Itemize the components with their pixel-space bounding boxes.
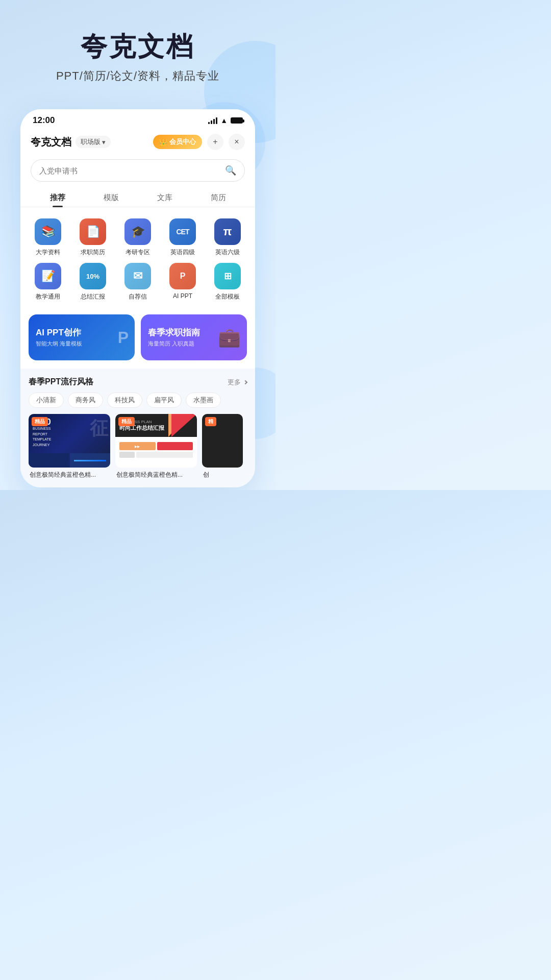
add-button[interactable]: + [207,134,223,150]
icon-item-summary[interactable]: 10% 总结汇报 [70,260,115,304]
search-bar[interactable]: 🔍 [31,159,245,182]
icon-item-ai-ppt[interactable]: P AI PPT [160,260,205,304]
chevron-right-icon [243,380,247,384]
search-wrap: 🔍 [20,155,255,188]
banner-ai-ppt[interactable]: AI PPT创作 智能大纲 海量模板 P [29,314,135,360]
battery-icon [231,117,243,124]
section-title: 春季PPT流行风格 [29,377,93,387]
badge-jingpin-2: 精品 [118,417,135,426]
status-icons: ▲ [208,116,243,125]
filter-tag-business[interactable]: 商务风 [68,393,103,408]
header-actions: 👑 会员中心 + × [153,134,245,150]
banner-job-guide[interactable]: 春季求职指南 海量简历 入职真题 💼 [141,314,247,360]
section-header: 春季PPT流行风格 更多 [20,369,255,393]
badge-jingpin-1: 精品 [32,417,48,426]
filter-tag-flat[interactable]: 扁平风 [146,393,182,408]
ppt-card-3[interactable]: 精 创 [202,414,243,479]
hero-section: 夸克文档 PPT/简历/论文/资料，精品专业 [0,0,276,99]
banner-ai-sub: 智能大纲 海量模板 [36,340,82,348]
icon-item-resume[interactable]: 📄 求职简历 [70,215,115,260]
app-logo: 夸克文档 [31,135,71,149]
hero-subtitle: PPT/简历/论文/资料，精品专业 [20,68,255,84]
signal-icon [208,117,217,124]
ppt-thumb-3: 精 [202,414,243,468]
ai-ppt-icon: P [118,328,129,347]
search-input[interactable] [39,166,221,175]
add-icon: + [213,137,217,146]
filter-tag-fresh[interactable]: 小清新 [29,393,64,408]
banner-job-title: 春季求职指南 [148,328,200,338]
nav-tabs: 推荐 模版 文库 简历 [20,188,255,207]
wifi-icon: ▲ [220,116,228,125]
banner-ai-title: AI PPT创作 [36,328,82,338]
icon-grid: 📚 大学资料 📄 求职简历 🎓 考研专区 CET 英语四级 π 英语六级 📝 [20,207,255,308]
status-time: 12:00 [33,115,55,126]
ppt-thumb-1: 征 2030 BUSINESSREPORTTEMPLATEJOURNEY [29,414,110,468]
search-icon: 🔍 [225,165,236,176]
status-bar: 12:00 ▲ [20,109,255,130]
banner-section: AI PPT创作 智能大纲 海量模板 P 春季求职指南 海量简历 入职真题 💼 [20,308,255,369]
close-button[interactable]: × [229,134,245,150]
card-label-3: 创 [202,471,243,479]
icon-item-teaching[interactable]: 📝 教学通用 [26,260,70,304]
more-button[interactable]: 更多 [228,378,247,387]
tab-recommend[interactable]: 推荐 [31,188,84,207]
banner-job-sub: 海量简历 入职真题 [148,340,200,348]
phone-mockup: 12:00 ▲ 夸克文档 职场版 ▾ 👑 [20,109,255,487]
icon-item-cet4[interactable]: CET 英语四级 [160,215,205,260]
chevron-down-icon: ▾ [102,138,106,146]
job-icon: 💼 [218,327,241,348]
hero-title: 夸克文档 [20,31,255,62]
card-label-2: 创意极简经典蓝橙色精... [115,471,197,479]
icon-item-cover-letter[interactable]: ✉ 自荐信 [115,260,160,304]
filter-tags: 小清新 商务风 科技风 扁平风 水墨画 [20,393,255,414]
card-grid: 征 2030 BUSINESSREPORTTEMPLATEJOURNEY [20,414,255,487]
icon-item-cet6[interactable]: π 英语六级 [205,215,250,260]
ppt-card-2[interactable]: BUSINESS PLAN 时尚工作总结汇报 ▶▶ [115,414,197,479]
tab-resume[interactable]: 简历 [191,188,245,207]
filter-tag-ink[interactable]: 水墨画 [186,393,221,408]
vip-button[interactable]: 👑 会员中心 [153,135,202,149]
ppt-card-1[interactable]: 征 2030 BUSINESSREPORTTEMPLATEJOURNEY [29,414,110,479]
tab-template[interactable]: 模版 [84,188,138,207]
ppt-thumb-2: BUSINESS PLAN 时尚工作总结汇报 ▶▶ [115,414,197,468]
icon-item-university[interactable]: 📚 大学资料 [26,215,70,260]
tab-library[interactable]: 文库 [138,188,191,207]
crown-icon: 👑 [159,138,167,146]
icon-item-all-templates[interactable]: ⊞ 全部模板 [205,260,250,304]
version-badge[interactable]: 职场版 ▾ [76,136,111,148]
filter-tag-tech[interactable]: 科技风 [107,393,142,408]
app-header: 夸克文档 职场版 ▾ 👑 会员中心 + × [20,130,255,155]
icon-item-graduate[interactable]: 🎓 考研专区 [115,215,160,260]
badge-jingpin-3: 精 [205,417,216,426]
card-label-1: 创意极简经典蓝橙色精... [29,471,110,479]
close-icon: × [234,137,239,146]
